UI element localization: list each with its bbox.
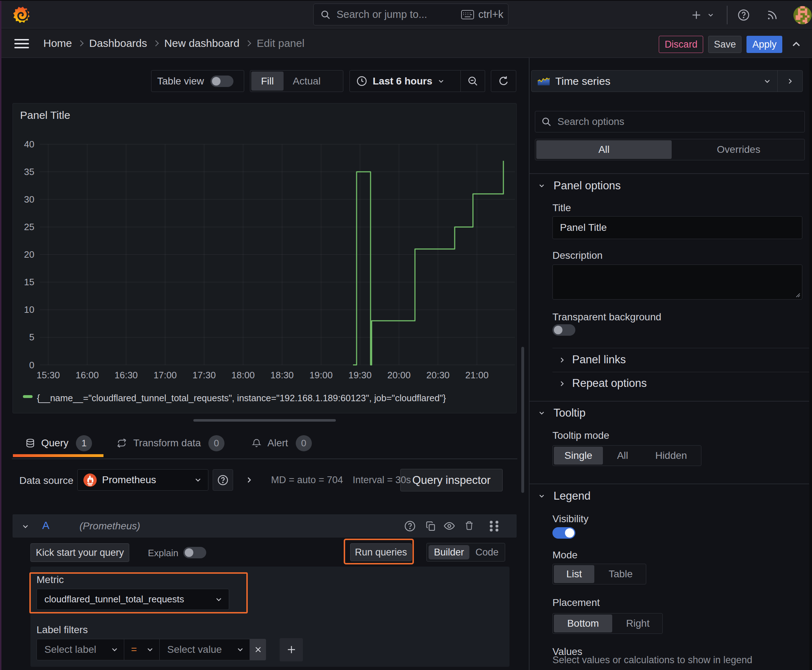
svg-text:17:30: 17:30 [193,370,216,381]
svg-text:16:30: 16:30 [115,370,138,381]
svg-text:20: 20 [24,249,34,260]
svg-text:19:30: 19:30 [348,370,371,381]
svg-text:18:00: 18:00 [231,370,254,381]
svg-text:5: 5 [29,332,34,342]
svg-text:35: 35 [24,166,34,177]
svg-text:20:30: 20:30 [426,370,450,381]
svg-text:21:00: 21:00 [465,370,489,381]
svg-text:16:00: 16:00 [76,370,99,381]
svg-text:10: 10 [24,304,34,315]
svg-text:30: 30 [24,194,34,205]
svg-text:{__name__="cloudflared_tunnel_: {__name__="cloudflared_tunnel_total_requ… [37,393,446,403]
svg-text:17:00: 17:00 [154,370,177,381]
svg-text:20:00: 20:00 [387,370,411,381]
svg-text:19:00: 19:00 [309,370,332,381]
svg-text:18:30: 18:30 [270,370,293,381]
svg-text:15:30: 15:30 [37,370,60,381]
svg-text:40: 40 [24,139,34,150]
svg-text:25: 25 [24,222,34,232]
svg-text:0: 0 [29,360,34,371]
svg-text:15: 15 [24,277,34,288]
